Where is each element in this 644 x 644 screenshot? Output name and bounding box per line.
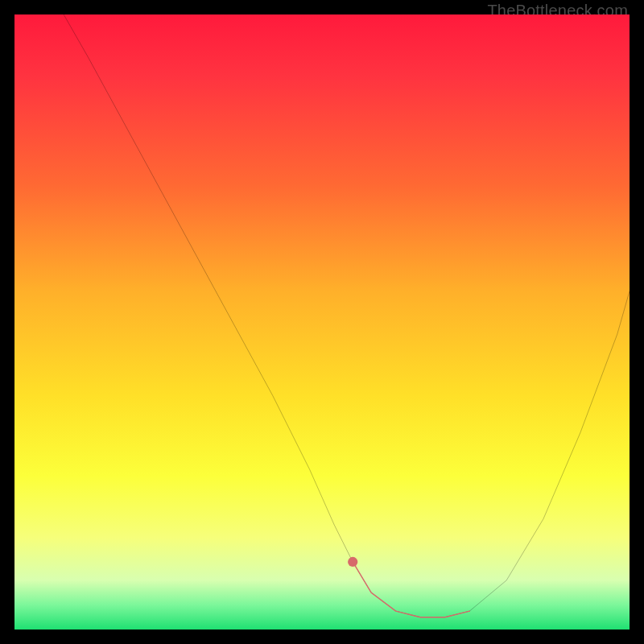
curve-svg [14,14,630,630]
highlight-segment [353,562,469,617]
plot-area [14,14,630,630]
bottleneck-curve [64,14,630,617]
chart-frame: TheBottleneck.com [0,0,644,644]
